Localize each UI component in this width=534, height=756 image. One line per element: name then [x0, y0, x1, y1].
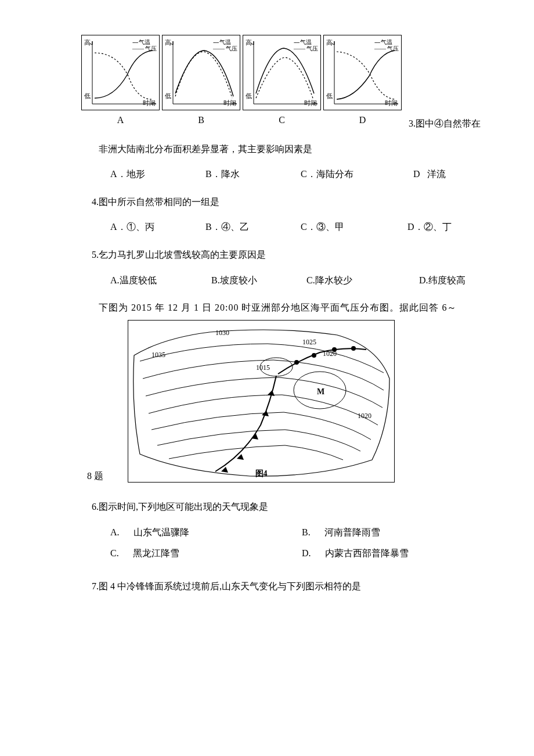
- point-m: M: [317, 386, 324, 398]
- q4-opt-d: D．②、丁: [407, 219, 452, 235]
- q5-stem: 5.乞力马扎罗山北坡雪线较高的主要原因是: [92, 247, 511, 262]
- isobar-map-svg: [128, 321, 395, 483]
- svg-point-18: [351, 346, 356, 351]
- q5-options: A.温度较低 B.坡度较小 C.降水较少 D.纬度较高: [110, 273, 511, 288]
- q6-opt-d: D. 内蒙古西部普降暴雪: [302, 546, 493, 561]
- isobar-1015: 1015: [256, 362, 270, 373]
- isobar-1020b: 1020: [358, 411, 371, 422]
- q4-opt-b: B．④、乙: [205, 219, 287, 235]
- stem-6-8: 下图为 2015 年 12 月 1 日 20:00 时亚洲部分地区海平面气压分布…: [99, 300, 511, 315]
- panel-b: 高 低 时间 气温 气压 B: [162, 35, 240, 128]
- q3-continuation: 非洲大陆南北分布面积差异显著，其主要影响因素是: [99, 142, 511, 157]
- q6-stem: 6.图示时间,下列地区可能出现的天气现象是: [92, 499, 511, 514]
- isobar-1035: 1035: [151, 350, 165, 361]
- map-caption: 图4: [255, 467, 268, 480]
- q4-options: A．①、丙 B．④、乙 C．③、甲 D．②、丁: [110, 219, 511, 235]
- q6-opt-c: C. 黑龙江降雪: [110, 546, 302, 561]
- q6-opt-a: A. 山东气温骤降: [110, 525, 302, 540]
- q3-opt-c: C．海陆分布: [301, 167, 399, 182]
- q3-inline: 3.图中④自然带在: [409, 116, 481, 131]
- q5-opt-c: C.降水较少: [306, 273, 405, 288]
- q4-opt-c: C．③、甲: [301, 219, 394, 235]
- q4-stem: 4.图中所示自然带相同的一组是: [92, 195, 511, 210]
- stem-6-8-cont: 8 题: [87, 469, 103, 484]
- q5-opt-a: A.温度较低: [110, 273, 197, 288]
- isobar-1025: 1025: [302, 337, 316, 348]
- svg-marker-11: [262, 411, 269, 416]
- q7-stem: 7.图 4 中冷锋锋面系统过境前后,山东天气变化与下列图示相符的是: [92, 579, 511, 594]
- map-figure: 1030 1035 1025 1020 1015 1020 M 图4: [128, 320, 395, 483]
- legend: 气温 气压: [374, 39, 399, 52]
- four-panel-figure: 高 低 时间 气温 气压 A 高: [23, 35, 402, 128]
- q5-opt-b: B.坡度较小: [211, 273, 293, 288]
- svg-point-15: [294, 360, 299, 365]
- panel-d: 高 低 时间 气温 气压 D: [323, 35, 402, 128]
- q6-options: A. 山东气温骤降 B. 河南普降雨雪 C. 黑龙江降雪 D. 内蒙古西部普降暴…: [110, 525, 511, 566]
- q3-options: A．地形 B．降水 C．海陆分布 D 洋流: [110, 167, 511, 182]
- q5-opt-d: D.纬度较高: [419, 273, 466, 288]
- q3-opt-d: D 洋流: [413, 167, 446, 182]
- legend: 气温 气压: [132, 39, 157, 52]
- isobar-1020: 1020: [323, 348, 337, 359]
- q3-opt-b: B．降水: [205, 167, 287, 182]
- isobar-1030: 1030: [215, 327, 229, 339]
- legend: 气温 气压: [294, 39, 318, 52]
- q3-opt-a: A．地形: [110, 167, 192, 182]
- svg-point-16: [312, 353, 316, 358]
- legend: 气温 气压: [213, 39, 237, 52]
- q4-opt-a: A．①、丙: [110, 219, 192, 235]
- q6-opt-b: B. 河南普降雨雪: [302, 525, 493, 540]
- panel-a: 高 低 时间 气温 气压 A: [81, 35, 160, 128]
- panel-c: 高 低 时间 气温 气压 C: [243, 35, 321, 128]
